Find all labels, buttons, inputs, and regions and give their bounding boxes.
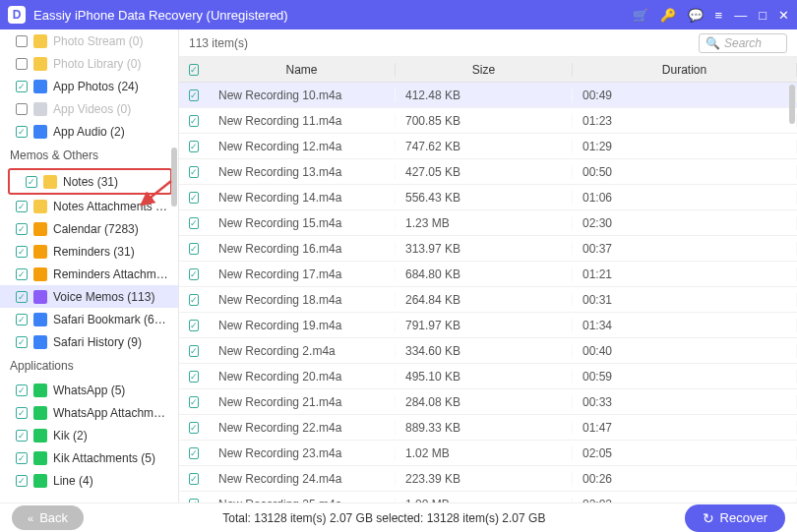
row-checkbox[interactable] <box>189 141 199 152</box>
row-checkbox[interactable] <box>189 320 199 331</box>
sidebar-checkbox[interactable] <box>16 103 28 115</box>
footer-summary: Total: 13128 item(s) 2.07 GB selected: 1… <box>84 511 685 525</box>
col-header-size[interactable]: Size <box>396 63 573 77</box>
sidebar-checkbox[interactable] <box>16 201 28 212</box>
cell-duration: 00:33 <box>573 395 797 409</box>
row-checkbox[interactable] <box>189 447 199 459</box>
col-header-name[interactable]: Name <box>209 63 396 77</box>
sidebar-checkbox[interactable] <box>16 384 28 396</box>
sidebar-checkbox[interactable] <box>16 407 28 419</box>
category-icon <box>33 384 47 397</box>
sidebar-item[interactable]: App Videos (0) <box>0 97 178 120</box>
table-row[interactable]: New Recording 12.m4a747.62 KB01:29 <box>179 134 797 159</box>
key-icon[interactable]: 🔑 <box>660 8 676 23</box>
table-row[interactable]: New Recording 18.m4a264.84 KB00:31 <box>179 287 797 313</box>
sidebar-item[interactable]: Notes (31) <box>10 170 170 193</box>
cell-size: 264.84 KB <box>396 293 573 307</box>
sidebar-item[interactable]: Safari Bookmark (653) <box>0 308 178 330</box>
sidebar-item-label: WhatsApp (5) <box>53 384 125 397</box>
cell-name: New Recording 15.m4a <box>209 216 396 230</box>
sidebar-item[interactable]: WhatsApp Attachmen... <box>0 401 178 424</box>
sidebar-item[interactable]: Photo Library (0) <box>0 52 178 75</box>
sidebar-item[interactable]: App Audio (2) <box>0 120 178 143</box>
sidebar-checkbox[interactable] <box>16 81 28 92</box>
sidebar-checkbox[interactable] <box>16 452 28 464</box>
sidebar-item[interactable]: Calendar (7283) <box>0 217 178 240</box>
row-checkbox[interactable] <box>189 422 199 434</box>
table-row[interactable]: New Recording 14.m4a556.43 KB01:06 <box>179 185 797 210</box>
sidebar-checkbox[interactable] <box>16 58 28 70</box>
back-button[interactable]: « Back <box>12 505 84 530</box>
sidebar-item[interactable]: Notes Attachments (24) <box>0 195 178 217</box>
cell-name: New Recording 22.m4a <box>209 421 396 435</box>
sidebar-scrollbar[interactable] <box>171 148 177 207</box>
sidebar-checkbox[interactable] <box>16 268 28 280</box>
chat-icon[interactable]: 💬 <box>688 8 704 23</box>
row-checkbox[interactable] <box>189 345 199 357</box>
table-scrollbar[interactable] <box>789 85 795 124</box>
sidebar-item[interactable]: App Photos (24) <box>0 75 178 97</box>
sidebar-item[interactable]: Voice Memos (113) <box>0 285 178 308</box>
table-row[interactable]: New Recording 19.m4a791.97 KB01:34 <box>179 313 797 338</box>
sidebar-checkbox[interactable] <box>26 176 37 188</box>
recover-button[interactable]: ↻ Recover <box>685 504 785 532</box>
table-row[interactable]: New Recording 13.m4a427.05 KB00:50 <box>179 159 797 185</box>
sidebar-item[interactable]: Photo Stream (0) <box>0 30 178 52</box>
minimize-icon[interactable]: — <box>734 8 747 23</box>
sidebar-item[interactable]: Reminders (31) <box>0 240 178 263</box>
row-checkbox[interactable] <box>189 166 199 178</box>
sidebar-checkbox[interactable] <box>16 35 28 47</box>
sidebar-checkbox[interactable] <box>16 246 28 258</box>
table-row[interactable]: New Recording 25.m4a1.00 MB02:02 <box>179 492 797 502</box>
col-header-duration[interactable]: Duration <box>573 63 797 77</box>
cart-icon[interactable]: 🛒 <box>633 8 648 23</box>
select-all-checkbox[interactable]: ✓ <box>189 64 199 76</box>
table-row[interactable]: New Recording 16.m4a313.97 KB00:37 <box>179 236 797 262</box>
cell-duration: 01:29 <box>573 140 797 153</box>
table-row[interactable]: New Recording 23.m4a1.02 MB02:05 <box>179 441 797 466</box>
sidebar-checkbox[interactable] <box>16 126 28 138</box>
row-checkbox[interactable] <box>189 396 199 408</box>
table-row[interactable]: New Recording 10.m4a412.48 KB00:49 <box>179 83 797 108</box>
table-row[interactable]: New Recording 17.m4a684.80 KB01:21 <box>179 262 797 287</box>
sidebar-checkbox[interactable] <box>16 291 28 303</box>
table-row[interactable]: New Recording 24.m4a223.39 KB00:26 <box>179 466 797 492</box>
table-row[interactable]: New Recording 20.m4a495.10 KB00:59 <box>179 364 797 389</box>
sidebar-checkbox[interactable] <box>16 314 28 325</box>
table-row[interactable]: New Recording 21.m4a284.08 KB00:33 <box>179 389 797 415</box>
menu-icon[interactable]: ≡ <box>715 8 723 23</box>
row-checkbox[interactable] <box>189 473 199 485</box>
row-checkbox[interactable] <box>189 192 199 204</box>
sidebar-checkbox[interactable] <box>16 223 28 235</box>
cell-duration: 01:47 <box>573 421 797 435</box>
sidebar-item[interactable]: Reminders Attachmen... <box>0 263 178 285</box>
sidebar-item[interactable]: Kik (2) <box>0 424 178 446</box>
sidebar-item-label: Photo Stream (0) <box>53 34 143 48</box>
row-checkbox[interactable] <box>189 499 199 503</box>
row-checkbox[interactable] <box>189 371 199 383</box>
table-row[interactable]: New Recording 2.m4a334.60 KB00:40 <box>179 338 797 364</box>
row-checkbox[interactable] <box>189 115 199 127</box>
table-row[interactable]: New Recording 15.m4a1.23 MB02:30 <box>179 210 797 236</box>
sidebar-checkbox[interactable] <box>16 336 28 348</box>
row-checkbox[interactable] <box>189 217 199 229</box>
row-checkbox[interactable] <box>189 243 199 255</box>
maximize-icon[interactable]: □ <box>759 8 766 23</box>
sidebar-item[interactable]: Line (4) <box>0 469 178 492</box>
row-checkbox[interactable] <box>189 268 199 280</box>
sidebar-checkbox[interactable] <box>16 475 28 487</box>
sidebar-checkbox[interactable] <box>16 430 28 442</box>
search-icon: 🔍 <box>705 36 720 50</box>
close-icon[interactable]: ✕ <box>778 8 789 23</box>
row-checkbox[interactable] <box>189 89 199 101</box>
table-row[interactable]: New Recording 11.m4a700.85 KB01:23 <box>179 108 797 134</box>
cell-duration: 01:06 <box>573 191 797 205</box>
sidebar-item[interactable]: Kik Attachments (5) <box>0 446 178 469</box>
cell-duration: 01:23 <box>573 114 797 128</box>
row-checkbox[interactable] <box>189 294 199 306</box>
search-input[interactable]: 🔍 Search <box>699 33 787 53</box>
sidebar-item[interactable]: Safari History (9) <box>0 330 178 353</box>
sidebar-item[interactable]: WhatsApp (5) <box>0 379 178 401</box>
cell-size: 334.60 KB <box>396 344 573 358</box>
table-row[interactable]: New Recording 22.m4a889.33 KB01:47 <box>179 415 797 441</box>
